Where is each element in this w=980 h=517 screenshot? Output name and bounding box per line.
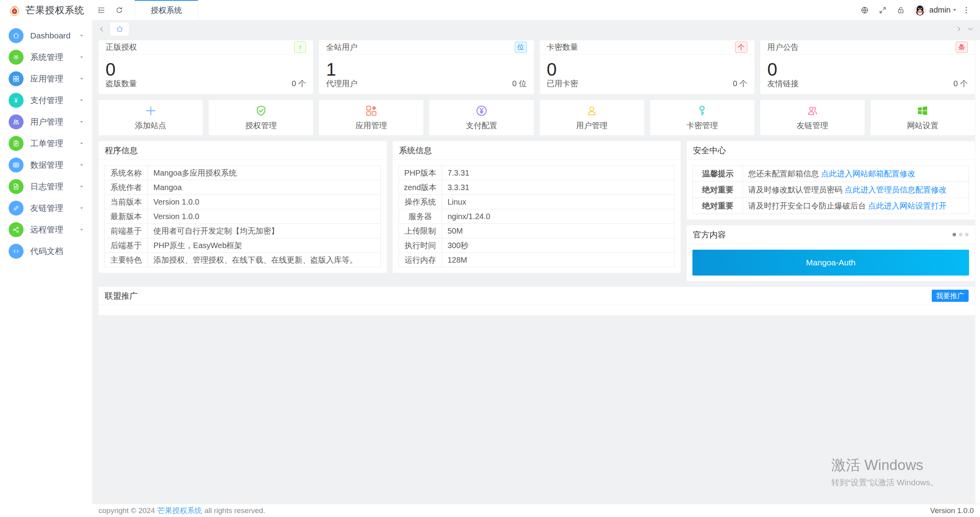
table-row: 执行时间300秒 (399, 238, 675, 253)
table-row: 系统作者Mangoa (105, 180, 381, 195)
user-menu[interactable]: admin (929, 5, 957, 15)
system-info-table: PHP版本7.3.31 zend版本3.3.31 操作系统Linux 服务器ng… (399, 165, 675, 267)
footer-brand-link[interactable]: 芒果授权系统 (157, 506, 202, 516)
security-table: 温馨提示 您还未配置邮箱信息 点此进入网站邮箱配置修改 绝对重要 请及时修改默认… (692, 165, 969, 214)
stat-foot-value: 0 位 (512, 78, 527, 89)
sidebar: Dashboard 系统管理 应用管理 支付管理 用户管理 工单管理 (0, 20, 92, 517)
sidebar-item-dashboard[interactable]: Dashboard (0, 25, 92, 46)
panel-title: 安全中心 (693, 145, 726, 156)
sidebar-item-user-mgmt[interactable]: 用户管理 (0, 111, 92, 132)
program-info-table: 系统名称Mangoa多应用授权系统 系统作者Mangoa 当前版本Version… (104, 165, 381, 267)
penguin-avatar-image (914, 4, 926, 16)
right-column: 安全中心 温馨提示 您还未配置邮箱信息 点此进入网站邮箱配置修改 (687, 141, 975, 281)
user-avatar[interactable] (914, 4, 926, 16)
table-row: 绝对重要 请及时打开安全口令防止爆破后台 点此进入网站设置打开 (693, 198, 969, 214)
stat-card-genuine-auth: 正版授权 ↑ 0 盗版数量 0 个 (98, 40, 313, 94)
tab-authorization-system[interactable]: 授权系统 (135, 0, 198, 20)
action-user-mgmt[interactable]: 用户管理 (540, 100, 644, 135)
sidebar-item-ticket-mgmt[interactable]: 工单管理 (0, 132, 92, 154)
document-icon (9, 179, 24, 194)
action-friendlink-mgmt[interactable]: 友链管理 (760, 100, 865, 135)
action-add-site[interactable]: 添加站点 (98, 100, 203, 135)
security-text: 请及时修改默认管理员密码 (748, 185, 842, 194)
action-app-mgmt[interactable]: 应用管理 (319, 100, 423, 135)
table-row: 当前版本Version 1.0.0 (105, 195, 381, 209)
caret-down-icon (79, 227, 84, 232)
chevron-left-icon[interactable] (98, 26, 105, 33)
security-tag: 绝对重要 (693, 198, 743, 214)
carousel-dot[interactable] (965, 233, 969, 236)
windows-icon (916, 104, 929, 117)
user-icon (585, 104, 598, 117)
app-title: 芒果授权系统 (26, 4, 84, 16)
panels-row: 程序信息 系统名称Mangoa多应用授权系统 系统作者Mangoa 当前版本Ve… (98, 141, 975, 281)
home-tab-chip[interactable] (110, 22, 129, 36)
caret-down-icon (79, 76, 84, 82)
alliance-promo-panel: 联盟推广 我要推广 (98, 287, 975, 315)
users-pair-icon (806, 104, 819, 117)
home-outline-icon (116, 25, 124, 33)
sidebar-item-app-mgmt[interactable]: 应用管理 (0, 68, 92, 89)
sidebar-item-data-mgmt[interactable]: 数据管理 (0, 154, 92, 176)
table-row: 温馨提示 您还未配置邮箱信息 点此进入网站邮箱配置修改 (693, 166, 969, 182)
carousel-dot[interactable] (959, 233, 962, 236)
security-link[interactable]: 点此进入管理员信息配置修改 (845, 185, 947, 194)
stat-value: 1 (326, 54, 526, 78)
action-site-settings[interactable]: 网站设置 (871, 100, 975, 135)
copyright-suffix: all rights reserved. (204, 506, 265, 515)
table-row: 后端基于PHP原生，EasyWeb框架 (105, 238, 381, 253)
users-icon (9, 114, 24, 129)
fullscreen-icon[interactable] (874, 0, 892, 20)
status-badge: 个 (735, 42, 747, 53)
sidebar-item-payment-mgmt[interactable]: 支付管理 (0, 89, 92, 111)
status-badge: 位 (515, 42, 527, 53)
status-badge: ↑ (294, 42, 306, 53)
stat-foot-value: 0 个 (953, 78, 968, 89)
stat-value: 0 (767, 54, 968, 78)
table-row: 服务器nginx/1.24.0 (399, 209, 675, 224)
table-row: 操作系统Linux (399, 195, 675, 209)
topbar: 芒果授权系统 授权系统 admin (0, 0, 980, 20)
table-row: 主要特色添加授权、管理授权、在线下载、在线更新、盗版入库等。 (105, 253, 381, 267)
table-row: PHP版本7.3.31 (399, 166, 675, 180)
security-link[interactable]: 点此进入网站设置打开 (868, 201, 947, 210)
app-window: 芒果授权系统 授权系统 admin (0, 0, 980, 517)
lock-screen-icon[interactable] (892, 0, 910, 20)
language-globe-icon[interactable] (856, 0, 874, 20)
panel-title: 联盟推广 (105, 290, 138, 301)
yen-circle-icon (475, 104, 488, 117)
chevron-down-icon[interactable] (967, 26, 974, 32)
security-link[interactable]: 点此进入网站邮箱配置修改 (821, 169, 915, 178)
promo-body (98, 305, 975, 315)
carousel-dots (953, 233, 969, 236)
more-options-icon[interactable] (957, 0, 975, 20)
caret-down-icon (79, 184, 84, 189)
link-icon (9, 201, 24, 216)
sidebar-item-system-mgmt[interactable]: 系统管理 (0, 46, 92, 68)
tabs-bar-right (956, 26, 974, 32)
carousel-dot[interactable] (953, 233, 956, 236)
menu-fold-icon[interactable] (92, 0, 110, 20)
official-banner[interactable]: Mangoa-Auth (692, 250, 969, 276)
promote-button[interactable]: 我要推广 (932, 290, 969, 302)
key-icon (696, 104, 709, 117)
sidebar-item-remote-mgmt[interactable]: 远程管理 (0, 219, 92, 240)
stat-foot-label: 已用卡密 (547, 78, 578, 89)
action-auth-mgmt[interactable]: 授权管理 (209, 100, 313, 135)
main-area: 正版授权 ↑ 0 盗版数量 0 个 全站用户 位 1 (92, 20, 980, 517)
app-grid-icon (9, 71, 24, 86)
caret-down-icon (79, 141, 84, 146)
sidebar-item-log-mgmt[interactable]: 日志管理 (0, 176, 92, 197)
sidebar-item-code-docs[interactable]: 代码文档 (0, 240, 92, 262)
action-key-mgmt[interactable]: 卡密管理 (650, 100, 754, 135)
yen-icon (9, 93, 24, 108)
refresh-icon[interactable] (110, 0, 128, 20)
scrollbar-track[interactable] (975, 40, 980, 504)
action-payment-config[interactable]: 支付配置 (429, 100, 534, 135)
footer: copyright © 2024 芒果授权系统 all rights reser… (92, 504, 980, 517)
code-icon (9, 244, 24, 259)
sidebar-item-friendlink-mgmt[interactable]: 友链管理 (0, 197, 92, 219)
tabs-bar (92, 20, 980, 38)
status-badge: 条 (956, 42, 968, 53)
chevron-right-icon[interactable] (956, 26, 962, 32)
